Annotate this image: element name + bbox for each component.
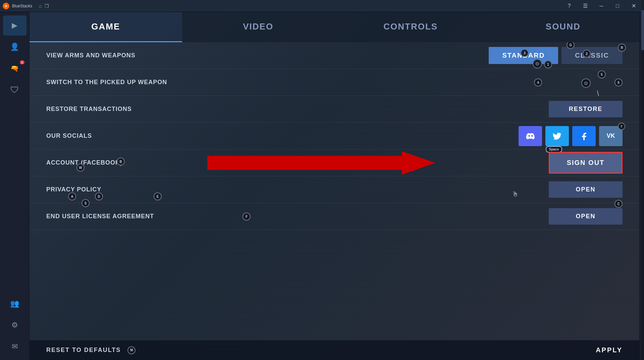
apply-button[interactable]: APPLY: [596, 346, 623, 354]
setting-row-view-arms: VIEW ARMS AND WEAPONS STANDARD CLASSIC G…: [30, 42, 639, 69]
setting-row-switch-weapon: SWITCH TO THE PICKED UP WEAPON 4 ⊙ 6 5: [30, 69, 639, 96]
key-4-badge: 4: [534, 78, 542, 86]
key-a-badge: A: [68, 192, 76, 200]
help-button[interactable]: ?: [561, 0, 577, 12]
sidebar-item-shield[interactable]: 🛡: [3, 80, 26, 100]
reset-label: RESET TO DEFAULTS: [46, 347, 121, 354]
app-name: BlueStacks: [12, 4, 32, 8]
key-c-badge: C: [614, 200, 623, 208]
discord-button[interactable]: [519, 126, 542, 146]
sidebar-item-play[interactable]: ▶: [3, 15, 26, 36]
sign-out-button[interactable]: SIGN OUT: [549, 152, 623, 174]
friends-icon: 👥: [10, 299, 19, 308]
eula-controls: OPEN: [549, 208, 623, 225]
restore-button[interactable]: RESTORE: [549, 101, 623, 117]
sidebar-item-profile[interactable]: 👤: [3, 37, 26, 57]
close-button[interactable]: ✕: [626, 0, 641, 12]
mouse-icon: 🖱: [512, 190, 519, 198]
key-w-badge: W: [76, 164, 85, 172]
gun-icon: 🔫: [10, 64, 19, 72]
key-t-badge: T: [618, 123, 625, 130]
tab-controls[interactable]: CONTROLS: [334, 12, 487, 42]
copy-icon[interactable]: ❐: [45, 3, 49, 9]
key-b-badge: B: [117, 158, 125, 166]
mail-icon: ✉: [12, 342, 18, 351]
menu-button[interactable]: ☰: [578, 0, 593, 12]
key-m-badge: M: [127, 346, 136, 354]
sidebar-item-mail[interactable]: ✉: [3, 337, 26, 357]
key-r-badge: R: [618, 44, 626, 52]
socials-controls: VK T: [519, 126, 623, 146]
play-icon: ▶: [12, 21, 17, 30]
setting-row-restore: RESTORE TRANSACTIONS RESTORE: [30, 96, 639, 123]
open-privacy-button[interactable]: OPEN: [549, 181, 623, 198]
key-d-badge: D: [95, 192, 103, 200]
sidebar-item-friends[interactable]: 👥: [3, 294, 26, 314]
setting-row-account: ACCOUNT (FACEBOOK) W B: [30, 149, 639, 176]
privacy-label: PRIVACY POLICY: [46, 186, 549, 193]
home-icon[interactable]: ⌂: [39, 3, 42, 9]
twitter-button[interactable]: [545, 126, 569, 146]
eula-label: END USER LICENSE AGREEMENT: [46, 213, 549, 220]
app-logo: B: [3, 3, 9, 9]
key-2-badge: 2: [583, 50, 591, 58]
weapon-badge: 1: [20, 60, 24, 64]
account-controls: SIGN OUT: [549, 152, 623, 174]
key-6-badge: 6: [614, 78, 623, 86]
restore-controls: RESTORE: [549, 101, 623, 117]
shield-icon: 🛡: [10, 85, 19, 95]
socials-label: OUR SOCIALS: [46, 132, 519, 139]
view-arms-label: VIEW ARMS AND WEAPONS: [46, 52, 489, 59]
crosshair-icon: ⊙: [533, 59, 542, 68]
tab-game[interactable]: GAME: [30, 12, 182, 42]
tab-bar: GAME VIDEO CONTROLS SOUND: [30, 12, 639, 42]
setting-row-privacy: PRIVACY POLICY OPEN A D S E 🖱: [30, 176, 639, 203]
facebook-button[interactable]: [572, 126, 596, 146]
privacy-controls: OPEN: [549, 181, 623, 198]
sidebar-item-weapon[interactable]: 🔫 1: [3, 58, 26, 78]
open-eula-button[interactable]: OPEN: [549, 208, 623, 225]
setting-row-socials: OUR SOCIALS: [30, 123, 639, 149]
main-layout: ▶ 👤 🔫 1 🛡 👥 ⚙ ✉: [0, 12, 644, 360]
key-1-badge: 1: [544, 60, 552, 68]
key-3-badge: 3: [521, 49, 529, 57]
right-scroll-panel: [639, 12, 644, 360]
bottom-bar: RESET TO DEFAULTS M APPLY: [30, 340, 639, 360]
crosshair2-icon: ⊙: [581, 78, 591, 88]
view-arms-controls: STANDARD CLASSIC G R: [489, 47, 623, 64]
scrollbar-thumb[interactable]: [641, 12, 644, 50]
title-bar: B BlueStacks ⌂ ❐ ? ☰ ─ □ ✕: [0, 0, 644, 12]
tab-sound[interactable]: SOUND: [487, 12, 640, 42]
scrollbar-track[interactable]: [641, 12, 644, 360]
setting-row-eula: END USER LICENSE AGREEMENT OPEN F C: [30, 203, 639, 230]
content-area: GAME VIDEO CONTROLS SOUND VIEW ARMS AND …: [30, 12, 639, 360]
vk-label: VK: [606, 132, 615, 139]
key-e-badge: E: [154, 192, 162, 200]
minimize-button[interactable]: ─: [594, 0, 609, 12]
classic-button[interactable]: CLASSIC: [561, 47, 623, 64]
title-bar-nav-icons: ⌂ ❐: [39, 3, 49, 9]
tab-video[interactable]: VIDEO: [182, 12, 335, 42]
restore-label: RESTORE TRANSACTIONS: [46, 106, 549, 113]
profile-icon: 👤: [10, 43, 19, 51]
maximize-button[interactable]: □: [610, 0, 625, 12]
settings-icon: ⚙: [11, 321, 18, 329]
key-g-badge: G: [567, 42, 575, 49]
key-f-badge: F: [243, 213, 251, 221]
key-5-badge: 5: [598, 70, 606, 78]
window-controls: ? ☰ ─ □ ✕: [561, 0, 641, 12]
sidebar: ▶ 👤 🔫 1 🛡 👥 ⚙ ✉: [0, 12, 30, 360]
settings-content: VIEW ARMS AND WEAPONS STANDARD CLASSIC G…: [30, 42, 639, 340]
sidebar-item-settings[interactable]: ⚙: [3, 315, 26, 335]
